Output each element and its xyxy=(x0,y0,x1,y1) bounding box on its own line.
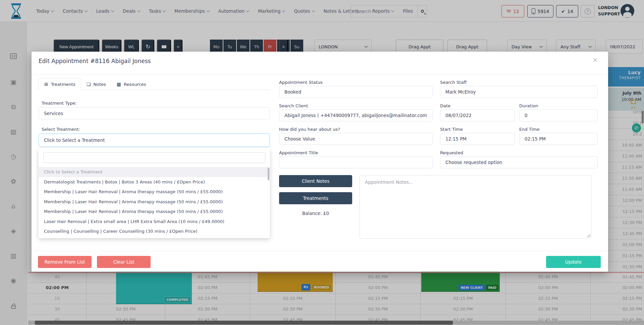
treatment-option[interactable]: Membership | Laser Hair Removal | Aroma … xyxy=(39,207,270,217)
update-button[interactable]: Update xyxy=(546,256,601,268)
duration-input[interactable] xyxy=(519,109,598,121)
tab-icon: ⊞ xyxy=(44,82,48,87)
treatment-dropdown-search-input[interactable] xyxy=(43,152,265,163)
modal-tabs: ⊞ Treatments ❏ Notes ▦ Resources xyxy=(39,78,151,90)
appointment-status-label: Appointment Status xyxy=(279,80,323,85)
treatment-option[interactable]: Membership | Laser Hair Removal | Aroma … xyxy=(39,197,270,207)
treatment-option[interactable]: Dermatologist Treatments | Botox | Botox… xyxy=(39,177,270,187)
appointment-title-input[interactable] xyxy=(279,156,433,168)
tab[interactable]: ▦ Resources xyxy=(111,78,152,90)
date-input[interactable] xyxy=(440,109,515,121)
requested-select[interactable] xyxy=(440,156,598,168)
close-icon[interactable]: × xyxy=(592,56,598,64)
textarea-resize-grip[interactable] xyxy=(587,234,590,237)
edit-appointment-modal: Edit Appointment #8116 Abigail Joness × … xyxy=(32,52,608,272)
tab-icon: ▦ xyxy=(117,82,121,87)
treatments-button[interactable]: Treatments xyxy=(279,192,352,204)
date-label: Date xyxy=(440,103,450,108)
treatment-option[interactable]: Counselling | Counselling | Career Couns… xyxy=(39,226,270,236)
remove-from-list-button[interactable]: Remove From List xyxy=(38,256,92,268)
treatment-option[interactable]: Membership | Laser Hair Removal | Aroma … xyxy=(39,187,270,197)
start-time-input[interactable] xyxy=(440,133,515,145)
tab[interactable]: ⊞ Treatments xyxy=(39,78,81,90)
appointment-status-input[interactable] xyxy=(279,86,433,98)
treatment-dropdown: Click to Select a Treatment Dermatologis… xyxy=(39,148,270,238)
treatment-option[interactable]: Laser Hair Removal | Extra small area | … xyxy=(39,217,270,227)
appointment-notes-textarea[interactable] xyxy=(360,175,592,239)
dropdown-scrollbar-thumb[interactable] xyxy=(268,168,269,180)
select-treatment-label: Select Treatment: xyxy=(42,127,80,132)
modal-title: Edit Appointment #8116 Abigail Joness xyxy=(39,58,151,64)
client-notes-button[interactable]: Client Notes xyxy=(279,175,352,187)
select-treatment-input[interactable] xyxy=(39,133,270,147)
treatment-options-list: Click to Select a Treatment Dermatologis… xyxy=(39,167,270,236)
search-staff-input[interactable] xyxy=(440,86,598,98)
tab[interactable]: ❏ Notes xyxy=(81,78,111,90)
search-client-label: Search Client xyxy=(279,103,308,108)
treatment-option[interactable]: Click to Select a Treatment xyxy=(39,167,270,177)
search-staff-label: Search Staff xyxy=(440,80,467,85)
appointment-title-label: Appointment Title xyxy=(279,150,318,155)
search-client-input[interactable] xyxy=(279,109,433,121)
hear-about-select[interactable] xyxy=(279,133,433,145)
hear-about-label: How did you hear about us? xyxy=(279,127,340,132)
balance-text: Balance: £0 xyxy=(279,211,352,216)
end-time-label: End Time xyxy=(519,127,540,132)
end-time-input[interactable] xyxy=(519,133,598,145)
tab-icon: ❏ xyxy=(87,82,91,87)
clear-list-button[interactable]: Clear List xyxy=(97,256,151,268)
requested-label: Requested xyxy=(440,150,463,155)
treatment-type-input[interactable] xyxy=(39,107,270,119)
duration-label: Duration xyxy=(519,103,538,108)
start-time-label: Start Time xyxy=(440,127,463,132)
treatment-type-label: Treatment Type: xyxy=(42,101,77,106)
